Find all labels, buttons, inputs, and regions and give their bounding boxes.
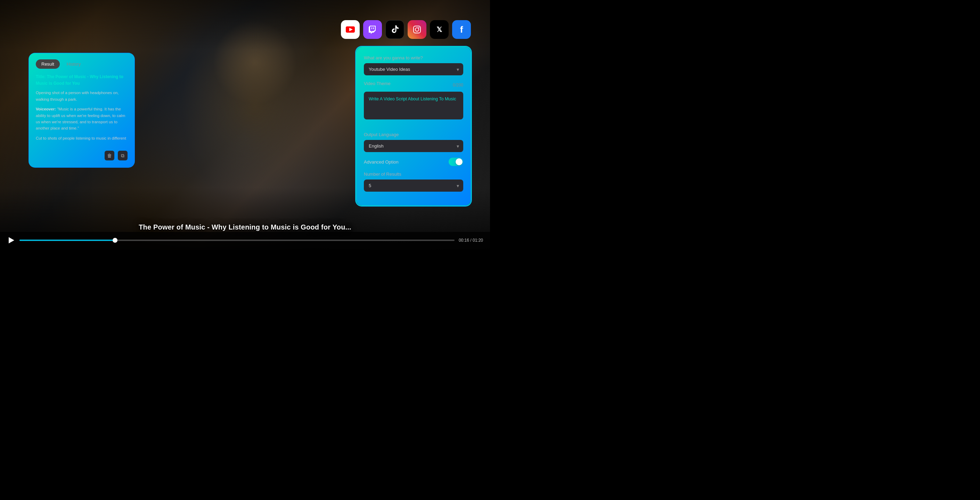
time-separator: /: [470, 238, 473, 243]
results-count-select[interactable]: 1 2 3 4 5 10: [364, 179, 463, 192]
facebook-icon[interactable]: f: [452, 20, 471, 39]
twitter-x-icon[interactable]: 𝕏: [430, 20, 449, 39]
voiceover-label: Voiceover:: [36, 107, 56, 111]
subtitle-bar: The Power of Music - Why Listening to Mu…: [0, 223, 490, 231]
write-label: What are you ganna to write?: [364, 55, 463, 60]
copy-result-button[interactable]: ⧉: [118, 151, 127, 160]
progress-bar-container: 00:16 / 01:20: [7, 236, 483, 244]
result-title: Title: The Power of Music - Why Listenin…: [36, 74, 127, 87]
youtube-icon[interactable]: [341, 20, 360, 39]
play-button[interactable]: [7, 236, 15, 244]
advanced-option-label: Advanced Option: [364, 159, 399, 165]
subtitle-text: The Power of Music - Why Listening to Mu…: [138, 223, 352, 231]
result-content-area: Title: The Power of Music - Why Listenin…: [36, 74, 127, 143]
progress-track[interactable]: [19, 240, 455, 241]
left-result-panel: Result History Title: The Power of Music…: [30, 54, 134, 167]
language-select-wrapper[interactable]: English Spanish French German: [364, 140, 463, 152]
social-icons-row: 𝕏 f: [341, 20, 471, 39]
result-tabs: Result History: [36, 59, 127, 69]
instagram-icon[interactable]: [408, 20, 426, 39]
number-of-results-label: Number of Results: [364, 171, 463, 177]
copy-icon: ⧉: [121, 153, 124, 159]
svg-point-5: [415, 28, 419, 31]
result-voiceover: Voiceover: "Music is a powerful thing. I…: [36, 106, 127, 132]
video-theme-label: Video Theme: [364, 81, 391, 86]
svg-rect-4: [414, 26, 420, 33]
results-count-wrapper[interactable]: 1 2 3 4 5 10: [364, 179, 463, 192]
trash-icon: 🗑: [107, 153, 112, 158]
language-select[interactable]: English Spanish French German: [364, 140, 463, 152]
svg-rect-3: [372, 27, 372, 29]
time-display: 00:16 / 01:20: [459, 238, 483, 243]
char-count: 0/200: [453, 83, 463, 87]
svg-point-6: [418, 27, 420, 28]
twitch-icon[interactable]: [363, 20, 382, 39]
progress-fill: [19, 240, 115, 241]
play-triangle-icon: [9, 237, 14, 243]
tiktok-icon[interactable]: [385, 20, 404, 39]
video-theme-input[interactable]: Write A Video Script About Listening To …: [364, 92, 463, 119]
svg-rect-2: [373, 27, 374, 29]
video-controls-bar: 00:16 / 01:20: [0, 232, 490, 250]
delete-result-button[interactable]: 🗑: [105, 151, 115, 160]
content-type-wrapper[interactable]: Youtube Video Ideas Blog Post Social Med…: [364, 63, 463, 75]
progress-thumb[interactable]: [113, 238, 118, 243]
advanced-option-toggle[interactable]: [449, 158, 463, 166]
right-settings-panel: What are you ganna to write? Youtube Vid…: [356, 47, 471, 206]
tab-history[interactable]: History: [61, 59, 86, 69]
current-time: 00:16: [459, 238, 469, 243]
result-action-icons: 🗑 ⧉: [36, 148, 127, 160]
content-type-select[interactable]: Youtube Video Ideas Blog Post Social Med…: [364, 63, 463, 75]
total-time: 01:20: [473, 238, 483, 243]
output-language-label: Output Language: [364, 132, 463, 137]
advanced-option-row: Advanced Option: [364, 158, 463, 166]
result-paragraph-1: Opening shot of a person with headphones…: [36, 90, 127, 102]
tab-result[interactable]: Result: [36, 59, 60, 69]
result-paragraph-2: Cut to shots of people listening to musi…: [36, 135, 127, 143]
